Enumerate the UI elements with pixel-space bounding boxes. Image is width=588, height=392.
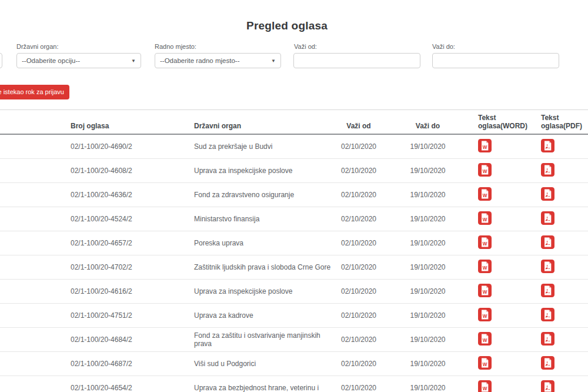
svg-text:W: W	[483, 290, 487, 295]
cell-vazi-od: 02/10/2020	[332, 167, 385, 175]
pdf-download-link[interactable]	[541, 380, 554, 392]
cell-drzavni-organ: Poreska uprava	[191, 239, 332, 247]
word-download-link[interactable]: W	[478, 211, 492, 225]
cell-broj-oglasa: 02/1-100/20-4654/2	[68, 384, 191, 392]
select-offscreen-left[interactable]	[0, 53, 2, 68]
pdf-file-icon	[541, 163, 554, 177]
cell-vazi-do: 19/10/2020	[385, 191, 470, 199]
word-file-icon: W	[478, 332, 492, 346]
cell-drzavni-organ: Sud za prekršaje u Budvi	[191, 142, 332, 151]
cell-vazi-od: 02/10/2020	[332, 360, 385, 368]
table-row: 02/1-100/20-4616/2 Uprava za inspekcijsk…	[0, 280, 588, 304]
pdf-download-link[interactable]	[541, 163, 554, 177]
header-broj-oglasa: Broj oglasa	[68, 122, 191, 131]
cell-drzavni-organ: Uprava za inspekcijske poslove	[191, 287, 332, 295]
cell-vazi-do: 19/10/2020	[385, 335, 470, 344]
word-file-icon: W	[478, 163, 492, 177]
pdf-file-icon	[541, 139, 554, 152]
table-row: 02/1-100/20-4524/2 Ministarstvo finansij…	[0, 207, 588, 231]
table-row: 02/1-100/20-4636/2 Fond za zdravstveno o…	[0, 183, 588, 207]
cell-broj-oglasa: 02/1-100/20-4702/2	[68, 263, 191, 271]
svg-text:W: W	[483, 241, 487, 247]
word-download-link[interactable]: W	[478, 163, 492, 177]
word-download-link[interactable]: W	[478, 139, 492, 152]
cell-vazi-do: 19/10/2020	[385, 167, 470, 175]
cell-drzavni-organ: Uprava za inspekcijske poslove	[191, 167, 332, 175]
cell-drzavni-organ: Uprava za kadrove	[191, 311, 332, 320]
table-row: 02/1-100/20-4608/2 Uprava za inspekcijsk…	[0, 159, 588, 183]
cell-vazi-do: 19/10/2020	[385, 287, 470, 295]
drzavni-organ-label: Državni organ:	[16, 43, 59, 50]
word-file-icon: W	[478, 235, 492, 249]
cell-drzavni-organ: Fond za zdravstveno osiguranje	[191, 191, 332, 199]
word-download-link[interactable]: W	[478, 380, 492, 392]
pdf-download-link[interactable]	[541, 211, 554, 225]
table-row: 02/1-100/20-4684/2 Fond za zaštitu i ost…	[0, 328, 588, 352]
svg-text:W: W	[483, 193, 487, 198]
cell-vazi-do: 19/10/2020	[385, 311, 470, 320]
word-file-icon: W	[478, 284, 492, 297]
word-download-link[interactable]: W	[478, 187, 492, 201]
ads-table-header-row: Broj oglasa Državni organ Važi od Važi d…	[0, 109, 588, 135]
cell-broj-oglasa: 02/1-100/20-4636/2	[68, 191, 191, 199]
header-vazi-od: Važi od	[332, 122, 385, 131]
vazi-do-input[interactable]	[432, 53, 559, 68]
cell-broj-oglasa: 02/1-100/20-4687/2	[68, 360, 191, 368]
svg-text:W: W	[483, 265, 487, 271]
cell-vazi-od: 02/10/2020	[332, 287, 385, 295]
pdf-download-link[interactable]	[541, 356, 554, 370]
pdf-download-link[interactable]	[541, 308, 554, 321]
pdf-download-link[interactable]	[541, 260, 554, 273]
word-download-link[interactable]: W	[478, 356, 492, 370]
expired-deadline-button[interactable]: je istekao rok za prijavu	[0, 85, 69, 99]
cell-broj-oglasa: 02/1-100/20-4608/2	[68, 167, 191, 175]
radno-mjesto-label: Radno mjesto:	[155, 43, 196, 50]
pdf-file-icon	[541, 356, 554, 370]
radno-mjesto-select[interactable]: --Odaberite radno mjesto-- ▼	[155, 53, 281, 68]
drzavni-organ-select[interactable]: --Odaberite opciju-- ▼	[16, 53, 141, 68]
cell-broj-oglasa: 02/1-100/20-4616/2	[68, 287, 191, 295]
word-download-link[interactable]: W	[478, 235, 492, 249]
cell-vazi-od: 02/10/2020	[332, 142, 385, 151]
word-file-icon: W	[478, 308, 492, 321]
svg-text:W: W	[483, 386, 487, 391]
table-row: 02/1-100/20-4751/2 Uprava za kadrove 02/…	[0, 304, 588, 328]
vazi-od-input[interactable]	[293, 53, 420, 68]
chevron-down-icon: ▼	[271, 58, 276, 64]
word-file-icon: W	[478, 260, 492, 273]
cell-vazi-do: 19/10/2020	[385, 263, 470, 271]
table-row: 02/1-100/20-4654/2 Uprava za bezbjednost…	[0, 376, 588, 392]
cell-broj-oglasa: 02/1-100/20-4524/2	[68, 215, 191, 223]
word-file-icon: W	[478, 356, 492, 370]
header-drzavni-organ: Državni organ	[191, 122, 332, 131]
pdf-download-link[interactable]	[541, 284, 554, 297]
pdf-file-icon	[541, 308, 554, 321]
pdf-download-link[interactable]	[541, 187, 554, 201]
cell-vazi-do: 19/10/2020	[385, 142, 470, 151]
word-download-link[interactable]: W	[478, 308, 492, 321]
ads-table-body: 02/1-100/20-4690/2 Sud za prekršaje u Bu…	[0, 135, 588, 392]
pdf-download-link[interactable]	[541, 235, 554, 249]
pdf-download-link[interactable]	[541, 139, 554, 152]
pdf-file-icon	[541, 260, 554, 273]
cell-vazi-od: 02/10/2020	[332, 384, 385, 392]
pregled-oglasa-page: Pregled oglasa Državni organ: --Odaberit…	[0, 0, 588, 392]
cell-vazi-od: 02/10/2020	[332, 191, 385, 199]
cell-vazi-od: 02/10/2020	[332, 239, 385, 247]
svg-text:W: W	[483, 338, 487, 343]
word-download-link[interactable]: W	[478, 332, 492, 346]
cell-vazi-do: 19/10/2020	[385, 384, 470, 392]
svg-text:W: W	[483, 217, 487, 222]
pdf-download-link[interactable]	[541, 332, 554, 346]
cell-drzavni-organ: Ministarstvo finansija	[191, 215, 332, 223]
cell-vazi-do: 19/10/2020	[385, 215, 470, 223]
cell-broj-oglasa: 02/1-100/20-4751/2	[68, 311, 191, 320]
word-download-link[interactable]: W	[478, 284, 492, 297]
word-download-link[interactable]: W	[478, 260, 492, 273]
cell-broj-oglasa: 02/1-100/20-4690/2	[68, 142, 191, 151]
vazi-od-label: Važi od:	[294, 43, 317, 50]
pdf-file-icon	[541, 332, 554, 346]
svg-text:W: W	[483, 314, 487, 319]
cell-vazi-do: 19/10/2020	[385, 239, 470, 247]
cell-drzavni-organ: Fond za zaštitu i ostvarivanje manjinski…	[191, 331, 332, 348]
